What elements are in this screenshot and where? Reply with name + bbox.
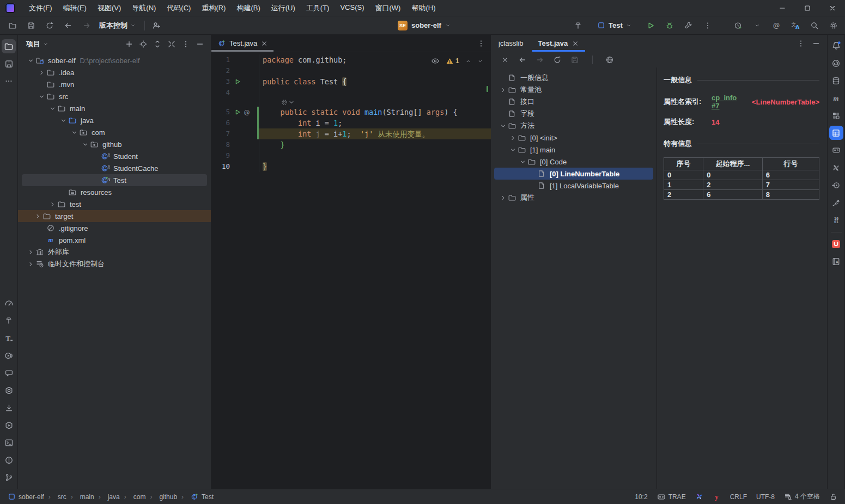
structure-icon[interactable] <box>2 57 16 71</box>
project-tree-row[interactable]: StudentCache <box>22 162 207 174</box>
arrow-right-icon[interactable] <box>534 54 545 66</box>
project-tree-row[interactable]: github <box>22 138 207 150</box>
book-a-icon[interactable]: A <box>829 254 843 268</box>
status-widget[interactable] <box>829 493 837 501</box>
project-tree-row[interactable]: test <box>22 198 207 210</box>
eye-icon[interactable] <box>431 57 440 65</box>
table-row[interactable]: 2 6 8 <box>664 190 819 200</box>
constant-pool-link[interactable]: cp_info #7 <box>712 94 744 110</box>
folder-icon[interactable] <box>5 19 20 33</box>
status-widget[interactable]: 10:2 <box>635 493 647 501</box>
run-configuration-selector[interactable]: Test <box>593 20 635 31</box>
jclasslib-tree-row[interactable]: [0] <init> <box>494 132 653 144</box>
search-icon[interactable] <box>807 19 822 33</box>
project-tree-row[interactable]: java <box>22 114 207 126</box>
text-t-icon[interactable]: T <box>2 331 16 345</box>
arrow-left-icon[interactable] <box>517 54 528 66</box>
run-gutter-icon[interactable] <box>234 109 241 115</box>
jclasslib-tree-row[interactable]: 属性 <box>494 192 653 204</box>
at-icon[interactable]: @ <box>769 19 783 33</box>
wrench-icon[interactable] <box>682 19 696 33</box>
breadcrumb-item[interactable]: src <box>44 493 66 501</box>
jclasslib-tree-row[interactable]: [0] LineNumberTable <box>494 168 653 180</box>
divider-v-icon[interactable] <box>587 54 598 66</box>
chevron-right-icon[interactable] <box>26 260 35 268</box>
menu-item[interactable]: 编辑(E) <box>58 1 92 15</box>
divider-icon[interactable] <box>829 230 843 234</box>
collapse-x-icon[interactable] <box>165 38 178 51</box>
jclasslib-tree-row[interactable]: [0] Code <box>494 156 653 168</box>
red-plugin-icon[interactable] <box>829 237 843 251</box>
code-line[interactable]: 6 int i = 1; <box>211 118 491 128</box>
project-tree-row[interactable]: .gitignore <box>22 222 207 234</box>
jclasslib-tree-row[interactable]: 字段 <box>494 108 653 120</box>
run-gutter-icon[interactable] <box>234 78 241 85</box>
project-tree-row[interactable]: src <box>22 90 207 102</box>
pinwheel-grey-icon[interactable] <box>829 161 843 175</box>
menu-item[interactable]: 代码(C) <box>162 1 196 15</box>
binary-icon[interactable]: 1001 <box>829 213 843 227</box>
editor-tab[interactable]: Test.java <box>211 35 273 52</box>
project-tree-row[interactable]: m pom.xml <box>22 234 207 246</box>
code-line[interactable]: 10} <box>211 161 491 172</box>
kebab-menu-icon[interactable] <box>477 39 491 48</box>
jclasslib-tree-row[interactable]: [1] LocalVariableTable <box>494 180 653 192</box>
kebab-icon[interactable] <box>179 38 192 51</box>
kebab-icon[interactable] <box>701 19 715 33</box>
project-tree-row[interactable]: resources <box>22 186 207 198</box>
table-column-header[interactable]: 序号 <box>664 158 703 170</box>
win-max-icon[interactable] <box>795 0 820 16</box>
ai-spiral-icon[interactable] <box>829 56 843 70</box>
add-user-icon[interactable] <box>149 19 163 33</box>
locate-icon[interactable] <box>137 38 150 51</box>
project-tree-row[interactable]: 临时文件和控制台 <box>22 258 207 270</box>
jclasslib-tree-row[interactable]: [1] main <box>494 144 653 156</box>
next-problem-icon[interactable] <box>477 58 483 64</box>
terminal-icon[interactable] <box>2 435 16 450</box>
vcs-widget[interactable]: 版本控制 <box>99 21 136 30</box>
menu-item[interactable]: 帮助(H) <box>406 1 440 15</box>
previous-problem-icon[interactable] <box>465 58 471 64</box>
more-h-icon[interactable] <box>2 74 16 88</box>
breadcrumb-item[interactable]: github <box>145 493 177 501</box>
code-line[interactable]: 8 } <box>211 139 491 150</box>
profiler-icon[interactable] <box>731 19 745 33</box>
code-line[interactable]: 5@ public static void main(String[] args… <box>211 107 491 118</box>
table-row[interactable]: 0 0 6 <box>664 170 819 180</box>
chevron-down-icon[interactable] <box>70 128 79 137</box>
project-tree-row[interactable]: sober-elf D:\project\sober-elf <box>22 54 207 66</box>
jclasslib-tree-row[interactable]: 方法 <box>494 120 653 132</box>
code-area[interactable]: 1package com.github;23public class Test … <box>211 52 491 489</box>
hide-panel-icon[interactable] <box>812 39 820 48</box>
refresh-icon[interactable] <box>42 19 57 33</box>
chevron-down-icon[interactable] <box>59 116 68 125</box>
project-tree-row[interactable]: .mvn <box>22 78 207 90</box>
code-line[interactable]: 7 int j = i+1; 'j' 从未使用变量。 <box>211 128 491 139</box>
goto-target-icon[interactable] <box>829 178 843 192</box>
blocks-icon[interactable] <box>829 108 843 122</box>
win-close-icon[interactable] <box>820 0 845 16</box>
project-tree-row[interactable]: .idea <box>22 66 207 78</box>
code-line[interactable]: 2 <box>211 65 491 76</box>
chevron-down-icon[interactable] <box>508 145 518 154</box>
arrow-right-icon[interactable] <box>80 19 94 33</box>
chevron-down-icon[interactable] <box>499 121 508 130</box>
chevron-right-icon[interactable] <box>26 248 35 256</box>
minus-icon[interactable] <box>193 38 206 51</box>
kebab-menu-icon[interactable] <box>797 39 805 48</box>
database-icon[interactable] <box>829 73 843 88</box>
bug-icon[interactable] <box>662 19 677 33</box>
chat-bubble-icon[interactable] <box>2 366 16 380</box>
table-column-header[interactable]: 起始程序... <box>703 158 763 170</box>
inlay-hint-icon[interactable] <box>281 99 295 106</box>
chevron-right-icon[interactable] <box>499 85 508 94</box>
chevron-right-icon[interactable] <box>508 133 518 142</box>
bell-icon[interactable] <box>829 39 843 53</box>
commit-arrow-icon[interactable] <box>2 401 16 415</box>
code-line[interactable]: 4 <box>211 87 491 98</box>
problems-icon[interactable] <box>2 453 16 467</box>
play-icon[interactable] <box>643 19 658 33</box>
git-branch-icon[interactable] <box>2 470 16 484</box>
caret-down-icon[interactable] <box>750 19 764 33</box>
project-selector[interactable]: SE sober-elf <box>398 21 451 30</box>
